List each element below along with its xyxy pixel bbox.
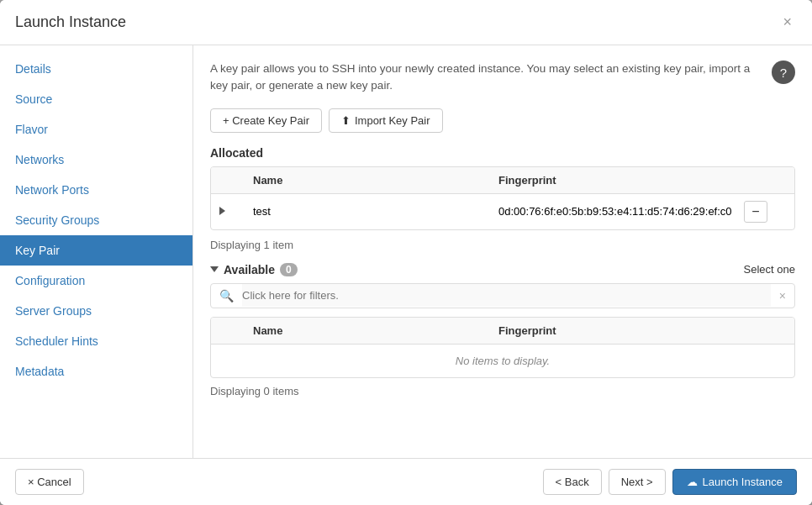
allocated-table: Name Fingerprint test 0d:00:76:6f:e0:5b:… <box>210 166 795 230</box>
modal-footer: × Cancel < Back Next > ☁ Launch Instance <box>0 458 812 505</box>
import-key-pair-button[interactable]: ⬆ Import Key Pair <box>329 108 443 133</box>
sidebar-item-scheduler-hints[interactable]: Scheduler Hints <box>0 326 192 356</box>
sidebar-item-configuration[interactable]: Configuration <box>0 266 192 296</box>
available-table-header: Name Fingerprint <box>211 318 794 345</box>
help-button[interactable]: ? <box>772 60 795 84</box>
launch-instance-modal: Launch Instance × Details Source Flavor … <box>0 0 812 505</box>
available-name-header: Name <box>253 324 498 337</box>
allocated-row-name: test <box>253 205 498 218</box>
remove-button[interactable]: − <box>744 201 767 223</box>
filter-input[interactable] <box>242 284 771 307</box>
allocated-fingerprint-header: Fingerprint <box>498 174 744 187</box>
import-icon: ⬆ <box>341 114 351 127</box>
close-button[interactable]: × <box>778 12 797 33</box>
available-header-blank <box>219 324 253 337</box>
allocated-table-header: Name Fingerprint <box>211 167 794 194</box>
allocated-display-count: Displaying 1 item <box>210 239 795 251</box>
row-expand[interactable] <box>219 205 253 218</box>
available-table: Name Fingerprint No items to display. <box>210 317 795 378</box>
available-label: Available <box>224 263 275 276</box>
main-content: A key pair allows you to SSH into your n… <box>193 45 812 458</box>
sidebar-item-metadata[interactable]: Metadata <box>0 356 192 387</box>
modal-body: Details Source Flavor Networks Network P… <box>0 45 812 458</box>
select-one-label: Select one <box>744 263 795 276</box>
back-button[interactable]: < Back <box>543 469 602 495</box>
sidebar-item-key-pair[interactable]: Key Pair <box>0 235 192 266</box>
no-items-text: No items to display. <box>211 345 794 377</box>
allocated-row-action: − <box>744 201 786 223</box>
sidebar: Details Source Flavor Networks Network P… <box>0 45 193 458</box>
available-display-count: Displaying 0 items <box>210 385 795 397</box>
allocated-label: Allocated <box>210 146 795 160</box>
modal-header: Launch Instance × <box>0 0 812 45</box>
description-text: A key pair allows you to SSH into your n… <box>210 60 762 95</box>
allocated-row: test 0d:00:76:6f:e0:5b:b9:53:e4:11:d5:74… <box>211 194 794 229</box>
modal-title: Launch Instance <box>15 13 126 31</box>
chevron-down-icon[interactable] <box>210 266 219 272</box>
available-fingerprint-header: Fingerprint <box>498 324 744 337</box>
filter-row: 🔍 × <box>210 283 795 308</box>
available-left: Available 0 <box>210 263 298 276</box>
sidebar-item-security-groups[interactable]: Security Groups <box>0 205 192 235</box>
sidebar-item-networks[interactable]: Networks <box>0 145 192 175</box>
sidebar-item-network-ports[interactable]: Network Ports <box>0 175 192 205</box>
create-key-pair-button[interactable]: + Create Key Pair <box>210 108 322 133</box>
launch-cloud-icon: ☁ <box>687 476 698 488</box>
available-count-badge: 0 <box>280 263 298 276</box>
header-expand <box>219 174 253 187</box>
sidebar-item-details[interactable]: Details <box>0 54 192 84</box>
sidebar-item-flavor[interactable]: Flavor <box>0 114 192 145</box>
available-header: Available 0 Select one <box>210 263 795 276</box>
allocated-action-header <box>744 174 786 187</box>
next-button[interactable]: Next > <box>609 469 666 495</box>
sidebar-item-source[interactable]: Source <box>0 84 192 114</box>
launch-instance-button[interactable]: ☁ Launch Instance <box>672 469 797 495</box>
footer-right: < Back Next > ☁ Launch Instance <box>543 469 797 495</box>
available-action-header <box>744 324 786 337</box>
cancel-button[interactable]: × Cancel <box>15 469 84 495</box>
sidebar-item-server-groups[interactable]: Server Groups <box>0 296 192 326</box>
action-buttons: + Create Key Pair ⬆ Import Key Pair <box>210 108 795 133</box>
search-icon: 🔍 <box>211 284 242 308</box>
description-row: A key pair allows you to SSH into your n… <box>210 60 795 95</box>
filter-clear-button[interactable]: × <box>771 284 794 308</box>
allocated-row-fingerprint: 0d:00:76:6f:e0:5b:b9:53:e4:11:d5:74:d6:2… <box>498 205 744 218</box>
allocated-name-header: Name <box>253 174 498 187</box>
